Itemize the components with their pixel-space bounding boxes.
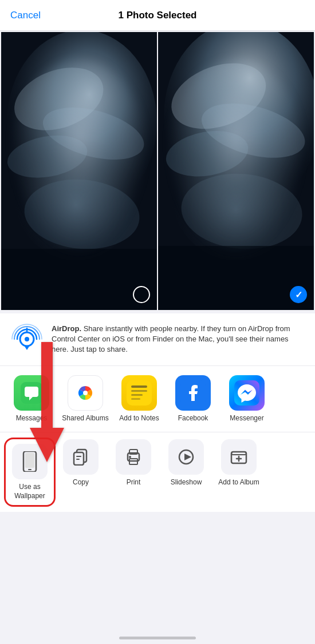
photos-icon [68, 375, 103, 411]
svg-point-38 [129, 456, 131, 458]
shared-albums-label: Shared Albums [62, 414, 108, 423]
slideshow-icon [168, 439, 204, 475]
wallpaper-icon [12, 444, 48, 479]
svg-rect-7 [1, 249, 157, 310]
svg-point-17 [25, 337, 29, 341]
page-title: 1 Photo Selected [119, 10, 197, 21]
svg-rect-15 [158, 246, 314, 310]
add-to-album-label: Add to Album [218, 478, 259, 487]
app-item-messages[interactable]: Messages [6, 375, 57, 423]
action-item-copy[interactable]: Copy [55, 439, 107, 487]
cancel-button[interactable]: Cancel [10, 10, 41, 21]
svg-point-20 [83, 391, 88, 395]
svg-rect-24 [131, 394, 143, 396]
share-sheet: AirDrop. Share instantly with people nea… [0, 313, 315, 512]
photo-cell-1[interactable] [1, 32, 157, 310]
action-row: Use as Wallpaper Copy [0, 432, 315, 512]
airdrop-section: AirDrop. Share instantly with people nea… [0, 313, 315, 366]
header: Cancel 1 Photo Selected [0, 0, 315, 31]
svg-rect-34 [76, 459, 80, 460]
photo-selection-2[interactable] [290, 286, 307, 303]
app-item-messenger[interactable]: Messenger [221, 375, 273, 423]
app-item-shared-albums[interactable]: Shared Albums [60, 375, 111, 423]
svg-point-9 [164, 32, 314, 212]
action-item-print[interactable]: Print [108, 439, 159, 487]
notes-icon [121, 375, 157, 411]
svg-marker-40 [184, 454, 191, 460]
svg-point-2 [13, 122, 140, 260]
messenger-label: Messenger [230, 414, 263, 423]
facebook-icon [175, 375, 211, 411]
photo-cell-2[interactable] [158, 32, 314, 310]
wallpaper-label: Use as Wallpaper [8, 483, 52, 500]
home-indicator [119, 637, 196, 639]
svg-rect-29 [25, 453, 34, 468]
svg-point-10 [170, 116, 302, 260]
app-item-add-to-notes[interactable]: Add to Notes [113, 375, 165, 423]
facebook-label: Facebook [178, 414, 208, 423]
print-label: Print [127, 478, 141, 487]
print-icon [116, 439, 151, 475]
svg-point-1 [7, 32, 157, 214]
action-item-use-as-wallpaper[interactable]: Use as Wallpaper [4, 438, 56, 507]
svg-rect-22 [131, 385, 147, 388]
svg-point-12 [196, 94, 311, 168]
svg-rect-42 [231, 452, 246, 455]
svg-point-5 [4, 130, 90, 184]
slideshow-label: Slideshow [171, 478, 202, 487]
add-to-album-icon [221, 439, 257, 475]
messenger-icon [229, 375, 265, 411]
svg-point-13 [163, 125, 252, 182]
photo-selection-1[interactable] [133, 286, 150, 303]
svg-rect-30 [28, 469, 32, 470]
svg-rect-23 [131, 390, 147, 392]
action-item-add-to-album[interactable]: Add to Album [213, 439, 265, 487]
svg-rect-33 [76, 456, 81, 457]
copy-icon [63, 439, 99, 475]
airdrop-icon [11, 324, 42, 355]
add-to-notes-label: Add to Notes [119, 414, 159, 423]
svg-rect-25 [131, 398, 140, 400]
copy-label: Copy [73, 478, 89, 487]
airdrop-description: AirDrop. Share instantly with people nea… [52, 324, 304, 355]
photo-grid [0, 31, 315, 311]
messages-icon [14, 375, 49, 411]
messages-label: Messages [16, 414, 48, 423]
svg-rect-21 [127, 380, 152, 406]
svg-point-4 [37, 98, 149, 169]
action-item-slideshow[interactable]: Slideshow [160, 439, 212, 487]
app-item-facebook[interactable]: Facebook [167, 375, 219, 423]
app-row: Messages Sh [0, 366, 315, 433]
